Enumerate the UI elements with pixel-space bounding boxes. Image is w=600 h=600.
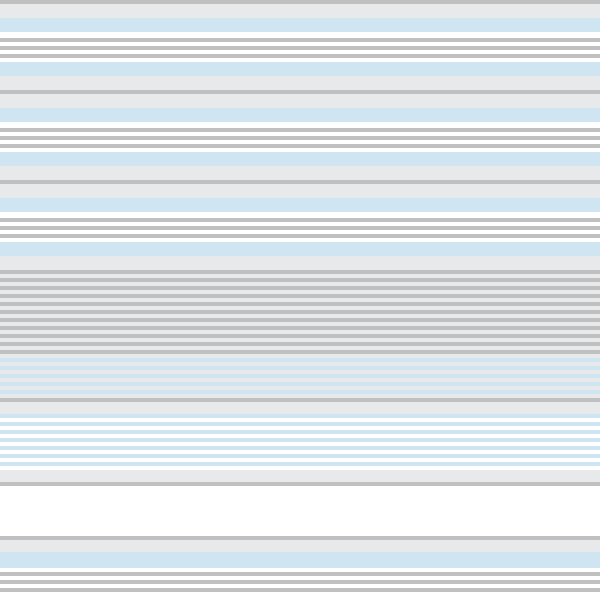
stripe	[0, 256, 600, 270]
stripe-pattern	[0, 0, 600, 600]
stripe	[0, 62, 600, 76]
stripe	[0, 108, 600, 122]
stripe	[0, 540, 600, 552]
stripe	[0, 592, 600, 600]
stripe	[0, 184, 600, 198]
stripe	[0, 94, 600, 108]
stripe	[0, 198, 600, 212]
stripe	[0, 166, 600, 180]
stripe	[0, 486, 600, 536]
stripe	[0, 402, 600, 414]
stripe	[0, 470, 600, 482]
stripe	[0, 242, 600, 256]
stripe	[0, 552, 600, 568]
stripe	[0, 152, 600, 166]
stripe	[0, 18, 600, 32]
stripe	[0, 4, 600, 18]
stripe	[0, 76, 600, 90]
